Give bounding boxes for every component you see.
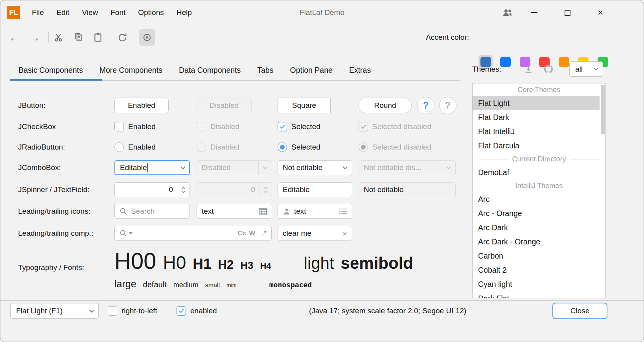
theme-item-arc-dark-orange[interactable]: Arc Dark - Orange [473,235,600,249]
list-icon[interactable] [339,208,347,215]
tab-extras[interactable]: Extras [341,60,379,80]
options-separator [259,229,259,237]
theme-item-demolaf[interactable]: DemoLaf [473,165,600,179]
users-icon[interactable] [499,5,516,20]
show-hidden-toggle-button[interactable] [139,29,155,46]
refresh-icon [117,32,128,43]
theme-item-flat-dark[interactable]: Flat Dark [473,110,600,124]
text-field-user-list[interactable]: text [278,204,352,219]
radio-enabled[interactable]: Enabled [114,140,156,154]
close-window-button[interactable]: × [592,5,609,20]
square-button[interactable]: Square [278,98,331,113]
whole-word-toggle[interactable]: W [249,229,256,237]
calendar-grid-icon[interactable] [259,208,267,215]
search-with-options-field[interactable]: Cc W .* [114,226,272,241]
disabled-spinner: 0 [197,182,272,197]
radio-circle-selected [278,142,287,152]
menu-view[interactable]: View [75,6,104,19]
person-icon [283,207,291,215]
tab-tabs[interactable]: Tabs [249,60,282,80]
typography-headings: H00 H0 H1 H2 H3 H4 light semibold [114,248,413,274]
close-button[interactable]: Close [552,303,607,319]
look-and-feel-value: Flat Light (F1) [16,307,63,315]
close-icon: × [598,8,603,17]
theme-item-arc[interactable]: Arc [473,192,600,206]
textfield-value: text [202,207,214,216]
forward-icon: → [29,32,40,43]
theme-item-dark-flat[interactable]: Dark Flat [473,291,600,298]
accent-swatch-orange[interactable] [557,55,571,69]
radio-circle [197,142,206,152]
tab-option-pane[interactable]: Option Pane [282,60,340,80]
themes-filter-combobox[interactable]: all [569,61,603,77]
regex-toggle[interactable]: .* [262,229,267,237]
clearable-field[interactable]: clear me × [278,226,352,241]
statusbar-separator [0,300,644,301]
editable-combobox[interactable]: Editable [114,160,190,175]
back-button[interactable]: ← [6,29,22,46]
minimize-button[interactable] [526,5,543,20]
enabled-button[interactable]: Enabled [114,98,169,113]
checkbox-label: Selected [291,122,320,131]
paste-icon [93,32,103,43]
copy-button[interactable] [70,29,86,46]
menu-font[interactable]: Font [104,6,132,19]
search-field[interactable]: Search [114,204,190,219]
text-field-calendar[interactable]: text [197,204,272,219]
theme-item-carbon[interactable]: Carbon [473,249,600,263]
download-themes-button[interactable] [523,64,534,76]
menu-file[interactable]: File [26,6,50,19]
typography-small: small [205,282,220,289]
selected-tab-underline [10,79,102,81]
spinner[interactable]: 0 [114,182,190,197]
match-case-toggle[interactable]: Cc [237,229,246,237]
chevron-down-icon [593,62,599,76]
theme-item-cyan-light[interactable]: Cyan light [473,277,600,291]
menu-options[interactable]: Options [132,6,170,19]
themes-scrollbar-thumb[interactable] [601,85,605,134]
right-to-left-checkbox[interactable]: right-to-left [108,304,157,318]
checkbox-selected[interactable]: Selected [278,120,320,133]
theme-item-arc-orange[interactable]: Arc - Orange [473,206,600,220]
theme-group-separator: IntelliJ Themes [473,179,605,192]
download-icon [524,65,533,74]
look-and-feel-combobox[interactable]: Flat Light (F1) [10,303,99,319]
editable-textfield[interactable]: Editable [278,182,352,197]
not-editable-combobox[interactable]: Not editable [278,160,352,175]
textfield-value: clear me [283,229,311,238]
spinner-buttons[interactable] [177,183,190,197]
accent-swatch-color [559,57,569,67]
theme-item-flat-light[interactable]: Flat Light [473,96,600,110]
theme-item-arc-dark[interactable]: Arc Dark [473,220,600,235]
checkbox-label: Disabled [210,122,239,131]
paste-button[interactable] [90,29,106,46]
jcheckbox-row-label: JCheckBox [18,122,56,131]
tab-data-components[interactable]: Data Components [171,60,249,80]
menu-edit[interactable]: Edit [50,6,76,19]
not-editable-textfield: Not editable [359,182,456,197]
theme-item-flat-darcula[interactable]: Flat Darcula [473,139,600,153]
chevron-down-icon[interactable] [176,161,189,174]
clear-icon[interactable]: × [342,229,347,238]
forward-button[interactable]: → [26,29,43,46]
themes-scrollbar[interactable] [600,84,605,298]
radio-selected[interactable]: Selected [278,140,320,154]
menu-help[interactable]: Help [170,6,198,19]
radio-disabled: Disabled [197,140,239,154]
maximize-button[interactable] [559,5,576,20]
cut-button[interactable] [50,29,67,46]
round-button[interactable]: Round [359,98,412,113]
theme-item-cobalt-2[interactable]: Cobalt 2 [473,263,600,277]
typography-sizes: large default medium small mini monospac… [114,278,312,290]
help-button-enabled[interactable]: ? [417,97,434,114]
refresh-button[interactable] [114,29,131,46]
checkbox-label: Enabled [128,122,156,131]
github-button[interactable] [542,63,555,76]
enabled-checkbox[interactable]: enabled [177,304,217,318]
theme-group-separator: Core Themes [473,83,605,96]
checkbox-disabled: Disabled [197,120,239,133]
tab-basic-components[interactable]: Basic Components [10,60,91,80]
checkbox-enabled[interactable]: Enabled [114,120,156,133]
theme-item-flat-intellij[interactable]: Flat IntelliJ [473,124,600,139]
tab-more-components[interactable]: More Components [91,60,171,80]
